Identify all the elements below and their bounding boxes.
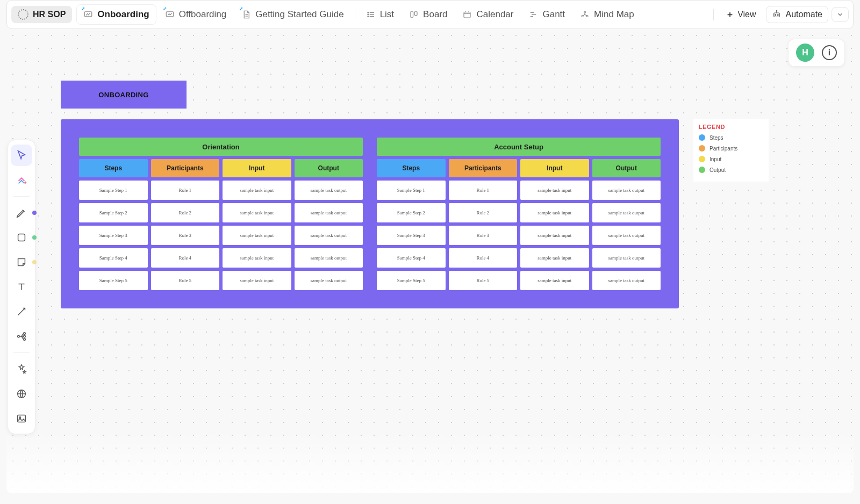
table-row: Sample Step 1Role 1sample task inputsamp… [79, 181, 363, 200]
cell-input[interactable]: sample task input [223, 271, 291, 290]
column-header-participants[interactable]: Participants [151, 159, 220, 177]
cell-participants[interactable]: Role 1 [151, 181, 220, 200]
cell-participants[interactable]: Role 4 [449, 248, 518, 268]
tool-shape[interactable] [11, 227, 32, 248]
group-title[interactable]: Orientation [79, 138, 363, 156]
cell-input[interactable]: sample task input [223, 226, 291, 245]
svg-point-19 [584, 11, 586, 13]
tab-gantt[interactable]: Gantt [522, 5, 571, 24]
tab-mind-map[interactable]: Mind Map [574, 5, 641, 24]
table-row: Sample Step 4Role 4sample task inputsamp… [377, 248, 661, 268]
column-header-steps[interactable]: Steps [79, 159, 148, 177]
avatar-initial: H [802, 48, 808, 57]
cell-steps[interactable]: Sample Step 3 [79, 226, 148, 245]
cell-steps[interactable]: Sample Step 4 [377, 248, 446, 268]
info-icon: i [828, 48, 830, 57]
cell-participants[interactable]: Role 4 [151, 248, 220, 268]
tool-text[interactable] [11, 276, 32, 298]
tool-mindmap[interactable] [11, 326, 32, 347]
tab-offboarding[interactable]: Offboarding [159, 5, 233, 24]
cell-output[interactable]: sample task output [295, 271, 363, 290]
tool-sticky[interactable] [11, 251, 32, 273]
separator [355, 9, 355, 20]
cell-output[interactable]: sample task output [295, 226, 363, 245]
cell-steps[interactable]: Sample Step 3 [377, 226, 446, 245]
cell-output[interactable]: sample task output [295, 203, 363, 222]
title-card[interactable]: ONBOARDING [61, 81, 187, 109]
cell-input[interactable]: sample task input [520, 248, 589, 268]
svg-point-9 [368, 16, 369, 17]
tab-getting-started-guide[interactable]: Getting Started Guide [235, 5, 350, 24]
cell-input[interactable]: sample task input [520, 271, 589, 290]
legend-card[interactable]: LEGEND StepsParticipantsInputOutput [693, 119, 769, 182]
tab-onboarding[interactable]: Onboarding [76, 4, 156, 25]
group-title[interactable]: Account Setup [377, 138, 661, 156]
cell-steps[interactable]: Sample Step 2 [79, 203, 148, 222]
column-header-input[interactable]: Input [223, 159, 291, 177]
column-header-input[interactable]: Input [520, 159, 589, 177]
tool-connector[interactable] [11, 301, 32, 322]
svg-rect-10 [411, 12, 413, 18]
cell-output[interactable]: sample task output [295, 181, 363, 200]
cell-input[interactable]: sample task input [223, 203, 291, 222]
tool-pen[interactable] [11, 202, 32, 224]
group: OrientationStepsParticipantsInputOutputS… [79, 138, 363, 290]
cell-participants[interactable]: Role 1 [449, 181, 518, 200]
cell-output[interactable]: sample task output [592, 248, 661, 268]
tab-calendar[interactable]: Calendar [456, 5, 520, 24]
svg-point-7 [368, 12, 369, 13]
cell-output[interactable]: sample task output [592, 226, 661, 245]
column-header-steps[interactable]: Steps [377, 159, 446, 177]
tool-ai[interactable] [11, 358, 32, 380]
tab-board[interactable]: Board [403, 5, 454, 24]
info-button[interactable]: i [822, 45, 837, 60]
column-header-participants[interactable]: Participants [449, 159, 518, 177]
tool-clickup[interactable]: + [11, 169, 32, 191]
cell-output[interactable]: sample task output [592, 203, 661, 222]
svg-point-8 [368, 14, 369, 15]
cell-steps[interactable]: Sample Step 4 [79, 248, 148, 268]
robot-icon [772, 10, 782, 19]
cell-input[interactable]: sample task input [223, 248, 291, 268]
cell-participants[interactable]: Role 3 [449, 226, 518, 245]
column-header-output[interactable]: Output [592, 159, 661, 177]
legend-label: Output [710, 167, 726, 173]
cell-input[interactable]: sample task input [520, 181, 589, 200]
tab-list[interactable]: List [360, 5, 400, 24]
mindmap-icon [580, 10, 590, 19]
cell-participants[interactable]: Role 5 [449, 271, 518, 290]
cell-participants[interactable]: Role 3 [151, 226, 220, 245]
cell-output[interactable]: sample task output [592, 271, 661, 290]
separator [13, 196, 30, 197]
tab-label: Board [423, 9, 447, 20]
color-dot-icon [32, 211, 37, 215]
cell-input[interactable]: sample task input [520, 203, 589, 222]
svg-point-32 [24, 339, 26, 341]
svg-point-29 [18, 335, 20, 337]
avatar[interactable]: H [796, 44, 814, 62]
cell-input[interactable]: sample task input [520, 226, 589, 245]
cell-output[interactable]: sample task output [295, 248, 363, 268]
space-chip[interactable]: HR SOP [11, 6, 72, 23]
cell-steps[interactable]: Sample Step 5 [79, 271, 148, 290]
add-view-button[interactable]: ＋ View [720, 6, 761, 24]
automate-button[interactable]: Automate [766, 6, 828, 23]
cell-output[interactable]: sample task output [592, 181, 661, 200]
cell-input[interactable]: sample task input [223, 181, 291, 200]
tool-select[interactable] [11, 145, 32, 166]
cell-participants[interactable]: Role 2 [151, 203, 220, 222]
cell-steps[interactable]: Sample Step 2 [377, 203, 446, 222]
automate-dropdown[interactable] [832, 7, 849, 22]
column-header-output[interactable]: Output [295, 159, 363, 177]
main-card[interactable]: OrientationStepsParticipantsInputOutputS… [61, 119, 679, 308]
cell-steps[interactable]: Sample Step 1 [377, 181, 446, 200]
automate-label: Automate [786, 10, 822, 19]
cell-participants[interactable]: Role 2 [449, 203, 518, 222]
tool-web[interactable] [11, 383, 32, 405]
cell-steps[interactable]: Sample Step 5 [377, 271, 446, 290]
cell-steps[interactable]: Sample Step 1 [79, 181, 148, 200]
cell-participants[interactable]: Role 5 [151, 271, 220, 290]
space-icon [18, 9, 28, 20]
svg-point-31 [24, 335, 26, 337]
tool-image[interactable] [11, 408, 32, 429]
